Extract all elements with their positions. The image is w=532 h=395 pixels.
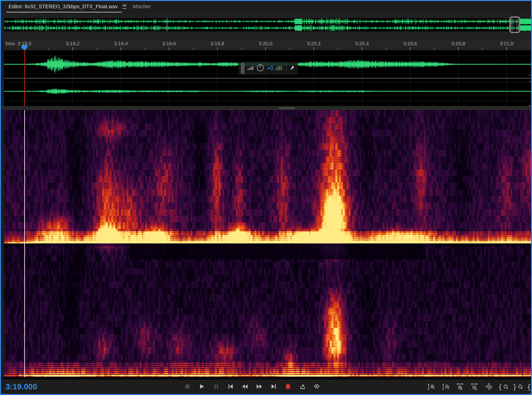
hud-drag-grip[interactable] xyxy=(241,63,245,74)
ruler-major-tick xyxy=(72,47,73,50)
hud-gain-unit: dB xyxy=(275,65,282,71)
ruler-minor-tick xyxy=(482,48,483,50)
ruler-tick-label: 3:19,2 xyxy=(56,41,89,46)
ruler-major-tick xyxy=(313,47,314,50)
ruler-major-tick xyxy=(410,47,410,50)
panel-divider[interactable] xyxy=(1,106,531,110)
ruler-tick-label: 3:19,8 xyxy=(201,41,234,46)
brace-glyph: { xyxy=(498,383,503,390)
playhead-marker[interactable] xyxy=(22,45,27,50)
zoom-to-in-point-button[interactable]: { xyxy=(497,382,510,392)
tab-mixer-label: Mischer xyxy=(133,4,151,10)
waveform-canvas[interactable] xyxy=(4,51,531,106)
overview-waveform[interactable] xyxy=(4,18,531,31)
zoom-out-horizontal-button[interactable] xyxy=(468,382,481,392)
ruler-minor-tick xyxy=(434,48,435,50)
panel-tab-bar: Editor: ltv32_STEREO_32kbps_DTX_Float.wa… xyxy=(1,1,531,13)
pause-button[interactable] xyxy=(211,381,221,392)
overview-playhead-line xyxy=(167,18,167,31)
zoom-to-out-point-button[interactable]: } xyxy=(512,382,524,392)
divider-grip-icon[interactable] xyxy=(279,107,295,109)
view-range-indicator[interactable] xyxy=(509,16,520,33)
ruler-major-tick xyxy=(169,47,169,50)
ruler-minor-tick xyxy=(241,48,242,50)
playhead-line-spectral[interactable] xyxy=(24,110,25,377)
tab-mixer[interactable]: Mischer xyxy=(133,1,151,12)
ruler-major-tick xyxy=(458,47,459,50)
ruler-tick-label: 3:19,4 xyxy=(104,41,137,46)
hud-gain-value[interactable]: +0 xyxy=(267,65,273,71)
play-button[interactable] xyxy=(196,381,207,392)
stop-button[interactable] xyxy=(182,381,193,392)
rewind-button[interactable] xyxy=(239,381,250,392)
ruler-major-tick xyxy=(217,47,218,50)
timeline-ruler[interactable]: hms 3:19,03:19,23:19,43:19,63:19,83:20,0… xyxy=(4,39,531,51)
ruler-major-tick xyxy=(265,47,266,50)
skip-to-start-button[interactable] xyxy=(225,381,236,392)
gain-knob-icon[interactable] xyxy=(256,63,265,73)
view-range-left-handle[interactable] xyxy=(511,19,513,31)
audition-editor-window: Editor: ltv32_STEREO_32kbps_DTX_Float.wa… xyxy=(0,0,532,395)
ruler-tick-label: 3:21,0 xyxy=(490,41,523,46)
ruler-minor-tick xyxy=(290,48,290,50)
ruler-minor-tick xyxy=(386,48,387,50)
ruler-tick-label: 3:20,8 xyxy=(442,41,475,46)
tab-editor-label: Editor: ltv32_STEREO_32kbps_DTX_Float.wa… xyxy=(8,4,118,10)
pin-hud-icon[interactable] xyxy=(289,65,295,72)
zoom-in-horizontal-button[interactable] xyxy=(454,382,467,392)
spectral-bottom-gap xyxy=(1,377,531,380)
ruler-tick-label: 3:20,2 xyxy=(297,41,330,46)
ruler-major-tick xyxy=(362,47,362,50)
amplitude-tick xyxy=(529,75,531,75)
ruler-minor-tick xyxy=(338,48,338,50)
level-bars-icon xyxy=(247,65,254,71)
skip-to-end-button[interactable] xyxy=(268,381,279,392)
ruler-minor-tick xyxy=(97,48,97,50)
ruler-tick-label: 3:19,6 xyxy=(153,41,186,46)
zoom-out-full-button[interactable] xyxy=(483,382,495,392)
ruler-major-tick xyxy=(506,47,507,50)
ruler-tick-label: 3:20,0 xyxy=(249,41,282,46)
ruler-minor-tick xyxy=(145,48,145,50)
amplitude-tick xyxy=(529,82,531,82)
fast-forward-button[interactable] xyxy=(254,381,265,392)
loop-playback-button[interactable] xyxy=(297,381,308,392)
ruler-major-tick xyxy=(121,47,121,50)
skip-selection-button[interactable] xyxy=(311,381,322,392)
tab-editor[interactable]: Editor: ltv32_STEREO_32kbps_DTX_Float.wa… xyxy=(8,1,127,12)
transport-bar: 3:19.000 {}{} xyxy=(1,380,531,394)
brace-glyph: {} xyxy=(527,383,532,390)
zoom-out-vertical-button[interactable] xyxy=(440,382,452,392)
time-display[interactable]: 3:19.000 xyxy=(6,382,37,391)
spectrogram-canvas[interactable] xyxy=(4,110,531,377)
zoom-in-vertical-button[interactable] xyxy=(425,382,438,392)
spectral-frequency-display[interactable] xyxy=(4,110,531,377)
active-tab-underline xyxy=(6,12,122,12)
view-range-right-handle[interactable] xyxy=(516,19,519,31)
zoom-to-selection-button[interactable]: {} xyxy=(527,382,532,392)
overview-panel xyxy=(1,13,531,39)
waveform-display[interactable] xyxy=(4,51,531,106)
ruler-tick-label: 3:20,4 xyxy=(345,41,378,46)
volume-hud[interactable]: +0 dB xyxy=(238,62,298,75)
ruler-minor-tick xyxy=(48,48,49,50)
hud-separator xyxy=(286,64,287,72)
ruler-tick-label: 3:20,6 xyxy=(394,41,427,46)
playhead-line-waveform[interactable] xyxy=(24,50,25,106)
ruler-minor-tick xyxy=(193,48,193,50)
brace-glyph: } xyxy=(512,383,517,390)
panel-menu-icon[interactable] xyxy=(123,5,127,9)
record-button[interactable] xyxy=(282,381,293,392)
